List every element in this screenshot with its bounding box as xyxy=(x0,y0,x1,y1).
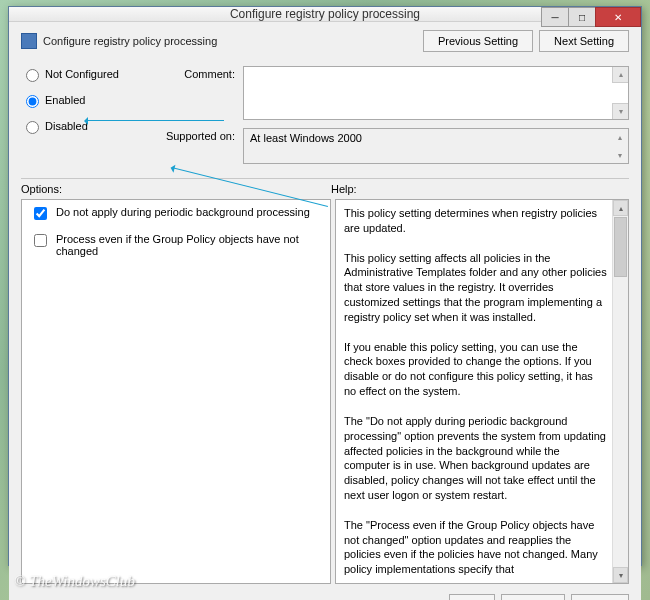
supported-row: Supported on: At least Windows 2000 ▴ ▾ xyxy=(151,128,629,164)
minimize-button[interactable]: ─ xyxy=(541,7,569,27)
scroll-down-icon[interactable]: ▾ xyxy=(613,567,628,583)
maximize-button[interactable]: □ xyxy=(568,7,596,27)
titlebar[interactable]: Configure registry policy processing ─ □… xyxy=(9,7,641,22)
radio-disabled[interactable]: Disabled xyxy=(21,118,151,134)
scroll-up-icon[interactable]: ▴ xyxy=(612,67,628,83)
nav-buttons: Previous Setting Next Setting xyxy=(423,30,629,52)
watermark: © TheWindowsClub xyxy=(14,573,135,590)
radio-not-configured[interactable]: Not Configured xyxy=(21,66,151,82)
vertical-scrollbar[interactable]: ▴ ▾ xyxy=(612,200,628,583)
options-label: Options: xyxy=(21,183,331,195)
policy-name-label: Configure registry policy processing xyxy=(43,35,423,47)
radio-enabled[interactable]: Enabled xyxy=(21,92,151,108)
panel-labels: Options: Help: xyxy=(21,183,629,195)
scroll-up-icon: ▴ xyxy=(612,129,628,145)
comment-row: Comment: ▴ ▾ xyxy=(151,66,629,120)
radio-disabled-input[interactable] xyxy=(26,121,39,134)
radio-label: Not Configured xyxy=(45,68,119,80)
help-label: Help: xyxy=(331,183,357,195)
radio-enabled-input[interactable] xyxy=(26,95,39,108)
option-checkbox-row[interactable]: Process even if the Group Policy objects… xyxy=(30,233,322,257)
options-panel: Do not apply during periodic background … xyxy=(21,199,331,584)
panels: Do not apply during periodic background … xyxy=(21,199,629,584)
supported-value: At least Windows 2000 xyxy=(250,132,362,144)
help-text: This policy setting determines when regi… xyxy=(344,206,608,577)
dialog-window: Configure registry policy processing ─ □… xyxy=(8,6,642,566)
next-setting-button[interactable]: Next Setting xyxy=(539,30,629,52)
config-row: Not Configured Enabled Disabled Comment:… xyxy=(21,66,629,172)
option-checkbox-row[interactable]: Do not apply during periodic background … xyxy=(30,206,322,223)
header-row: Configure registry policy processing Pre… xyxy=(21,30,629,52)
radio-not-configured-input[interactable] xyxy=(26,69,39,82)
separator xyxy=(21,178,629,179)
comment-label: Comment: xyxy=(151,66,243,80)
footer-buttons: OK Cancel Apply xyxy=(21,594,629,600)
option-checkbox-2[interactable] xyxy=(34,234,47,247)
cancel-button[interactable]: Cancel xyxy=(501,594,565,600)
close-button[interactable]: ✕ xyxy=(595,7,641,27)
previous-setting-button[interactable]: Previous Setting xyxy=(423,30,533,52)
supported-label: Supported on: xyxy=(151,128,243,142)
scrollbar-thumb[interactable] xyxy=(614,217,627,277)
option-label: Do not apply during periodic background … xyxy=(56,206,310,218)
form-column: Comment: ▴ ▾ Supported on: At least Wind… xyxy=(151,66,629,172)
state-radio-group: Not Configured Enabled Disabled xyxy=(21,66,151,172)
window-controls: ─ □ ✕ xyxy=(542,7,641,27)
help-panel: This policy setting determines when regi… xyxy=(335,199,629,584)
comment-textarea[interactable]: ▴ ▾ xyxy=(243,66,629,120)
radio-label: Disabled xyxy=(45,120,88,132)
supported-textbox: At least Windows 2000 ▴ ▾ xyxy=(243,128,629,164)
policy-icon xyxy=(21,33,37,49)
radio-label: Enabled xyxy=(45,94,85,106)
option-checkbox-1[interactable] xyxy=(34,207,47,220)
option-label: Process even if the Group Policy objects… xyxy=(56,233,322,257)
apply-button[interactable]: Apply xyxy=(571,594,629,600)
scroll-up-icon[interactable]: ▴ xyxy=(613,200,628,216)
scroll-down-icon: ▾ xyxy=(612,147,628,163)
scroll-down-icon[interactable]: ▾ xyxy=(612,103,628,119)
ok-button[interactable]: OK xyxy=(449,594,495,600)
dialog-content: Configure registry policy processing Pre… xyxy=(9,22,641,600)
